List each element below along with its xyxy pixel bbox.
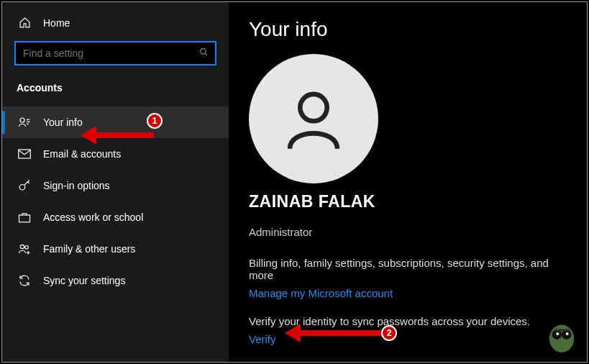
- user-display-name: ZAINAB FALAK: [249, 192, 567, 211]
- people-plus-icon: [18, 242, 31, 255]
- main-panel: Your info ZAINAB FALAK Administrator Bil…: [229, 2, 587, 362]
- envelope-icon: [18, 147, 31, 160]
- search-input[interactable]: [15, 42, 216, 65]
- billing-description: Billing info, family settings, subscript…: [249, 257, 567, 281]
- svg-point-10: [25, 246, 29, 250]
- sidebar: Home Accounts Your info: [2, 2, 229, 362]
- svg-point-17: [556, 332, 559, 335]
- svg-line-1: [205, 53, 207, 55]
- home-label: Home: [43, 17, 70, 29]
- home-icon: [18, 17, 31, 29]
- verify-description: Verify your identity to sync passwords a…: [249, 315, 567, 327]
- page-title: Your info: [249, 18, 567, 41]
- svg-point-13: [300, 94, 327, 121]
- sidebar-item-label: Family & other users: [43, 243, 135, 255]
- settings-window: Home Accounts Your info: [1, 1, 588, 363]
- svg-rect-6: [19, 150, 31, 158]
- sync-icon: [18, 274, 31, 287]
- search-icon: [199, 47, 209, 59]
- person-lines-icon: [18, 116, 31, 129]
- svg-rect-8: [19, 215, 30, 222]
- verify-link[interactable]: Verify: [249, 333, 276, 345]
- sidebar-item-label: Email & accounts: [43, 148, 121, 160]
- sidebar-item-email-accounts[interactable]: Email & accounts: [2, 138, 229, 170]
- search-container: [2, 36, 229, 72]
- svg-point-2: [20, 118, 24, 122]
- person-icon: [274, 79, 353, 158]
- manage-account-link[interactable]: Manage my Microsoft account: [249, 287, 393, 299]
- svg-point-18: [566, 332, 569, 335]
- section-heading: Accounts: [2, 72, 229, 106]
- svg-point-0: [201, 49, 206, 55]
- sidebar-item-access-work-school[interactable]: Access work or school: [2, 201, 229, 233]
- sidebar-item-label: Sync your settings: [43, 275, 125, 286]
- sidebar-item-sync-settings[interactable]: Sync your settings: [2, 265, 229, 296]
- svg-rect-19: [554, 329, 569, 331]
- user-role: Administrator: [249, 226, 567, 238]
- sidebar-item-label: Your info: [43, 117, 83, 128]
- sidebar-item-label: Sign-in options: [43, 180, 110, 191]
- sidebar-item-your-info[interactable]: Your info: [2, 106, 229, 138]
- sidebar-item-label: Access work or school: [43, 211, 143, 223]
- svg-point-7: [19, 185, 25, 191]
- key-icon: [18, 179, 31, 192]
- avatar: [249, 54, 378, 183]
- home-button[interactable]: Home: [2, 9, 229, 36]
- mascot-icon: [544, 315, 579, 354]
- svg-point-9: [20, 245, 24, 248]
- sidebar-item-signin-options[interactable]: Sign-in options: [2, 170, 229, 201]
- briefcase-icon: [18, 211, 31, 224]
- sidebar-item-family-users[interactable]: Family & other users: [2, 233, 229, 265]
